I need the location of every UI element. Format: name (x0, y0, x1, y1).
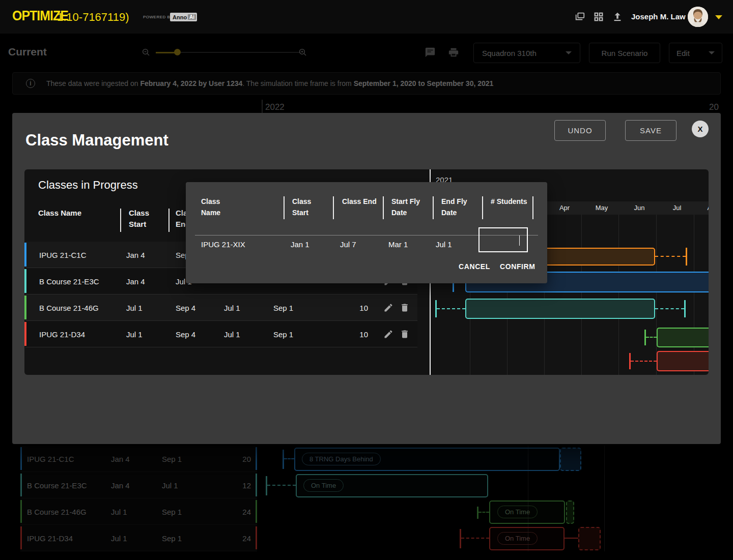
students-input[interactable] (478, 227, 528, 252)
header-separator (532, 196, 533, 219)
col-header-class-name: Class Name (38, 208, 84, 219)
gantt-bar-b-course-21-46g[interactable] (657, 328, 709, 347)
row-color-bar (24, 269, 26, 293)
gantt-dash (655, 308, 684, 309)
popup-header-class-end: Class End (342, 196, 379, 207)
header-separator (284, 196, 285, 219)
save-button[interactable]: SAVE (625, 120, 676, 141)
popup-end-fly[interactable]: Jul 1 (436, 236, 452, 253)
gantt-bar-b-course-21-e3c[interactable] (465, 299, 655, 319)
month-label: Aug (703, 204, 709, 212)
gantt-dash (646, 337, 657, 338)
undo-button[interactable]: UNDO (554, 120, 606, 141)
popup-header-start-fly: Start Fly Date (391, 196, 428, 218)
modal-title: Class Management (25, 131, 168, 150)
month-label: May (591, 204, 612, 212)
brand-suffix: Ai (188, 14, 196, 20)
edit-pencil-icon[interactable] (383, 303, 393, 313)
gantt-cap (684, 300, 686, 317)
class-row[interactable]: B Course 21-46G Jul 1 Sep 4 Jul 1 Sep 1 … (25, 294, 417, 321)
avatar[interactable] (688, 7, 708, 27)
col-header-class-start: Class Start (129, 208, 160, 230)
edit-pencil-icon[interactable] (383, 329, 393, 339)
brand-name: Anno (173, 14, 187, 20)
grid-apps-icon[interactable] (593, 11, 604, 22)
header-separator (120, 209, 121, 232)
month-label: Apr (554, 204, 575, 212)
app-header: OPTIMIZE 1.10-7167119) POWERED BY Anno A… (0, 0, 733, 34)
header-separator (383, 196, 384, 219)
month-label: Jun (629, 204, 650, 212)
gantt-dash (631, 361, 657, 362)
row-color-bar (24, 243, 26, 267)
popup-header-students: # Students (491, 196, 531, 207)
gantt-gridline (618, 215, 619, 375)
cancel-button[interactable]: CANCEL (459, 262, 490, 271)
gantt-dash (437, 308, 465, 309)
popup-start-fly[interactable]: Mar 1 (388, 236, 408, 253)
month-label: Jul (667, 204, 687, 212)
app-version: 1.10-7167119) (57, 11, 129, 24)
header-separator (168, 209, 170, 232)
panel-title: Classes in Progress (38, 179, 138, 192)
header-separator (433, 196, 434, 219)
gantt-gridline (581, 215, 582, 375)
class-management-modal: Class Management UNDO SAVE X Classes in … (12, 113, 721, 444)
windows-stack-icon[interactable] (574, 11, 585, 22)
header-separator (482, 196, 483, 219)
user-name: Joseph M. Law (631, 12, 686, 21)
popup-header-end-fly: End Fly Date (441, 196, 478, 218)
text-caret (519, 235, 520, 246)
gantt-cap (686, 248, 687, 266)
gantt-gridline (656, 215, 657, 375)
delete-trash-icon[interactable] (400, 303, 410, 313)
user-menu-caret-icon[interactable] (715, 15, 722, 19)
brand-badge: Anno Ai (170, 13, 197, 21)
powered-by-label: POWERED BY (143, 15, 173, 19)
popup-class-start[interactable]: Jan 1 (291, 236, 309, 253)
gantt-bar-ipug-21-d34[interactable] (657, 351, 709, 371)
popup-header-class-start: Class Start (292, 196, 329, 218)
delete-trash-icon[interactable] (400, 329, 410, 339)
class-row[interactable]: IPUG 21-D34 Jul 1 Sep 4 Jul 1 Sep 1 10 (25, 321, 417, 347)
popup-class-name: IPUG 21-XIX (201, 236, 245, 253)
header-separator (333, 196, 334, 219)
row-color-bar (24, 322, 26, 346)
row-color-bar (24, 296, 26, 319)
gantt-dash (655, 256, 686, 257)
popup-class-end[interactable]: Jul 7 (340, 236, 356, 253)
popup-header-class-name: Class Name (201, 196, 238, 218)
upload-icon[interactable] (612, 11, 623, 22)
confirm-button[interactable]: CONFIRM (500, 262, 535, 271)
edit-class-popup: Class Name Class Start Class End Start F… (186, 182, 547, 283)
close-button[interactable]: X (692, 121, 709, 137)
